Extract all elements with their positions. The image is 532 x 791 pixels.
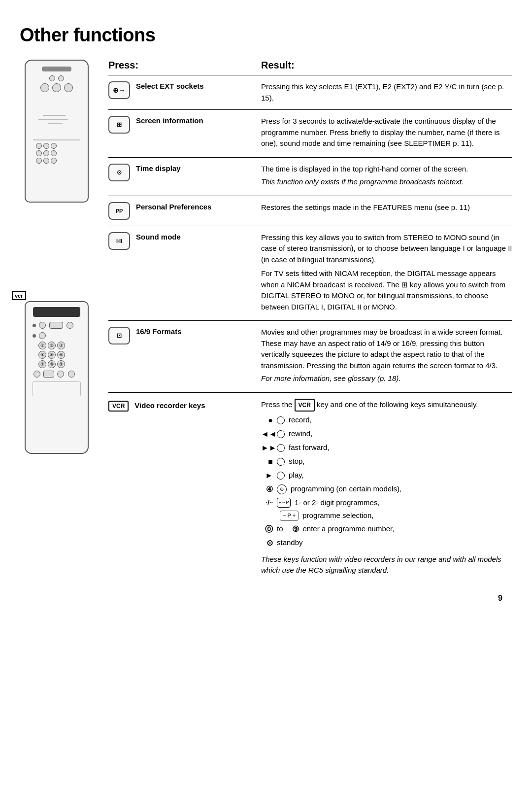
table-row: PP Personal Preferences Restores the set… <box>108 196 512 226</box>
table-row: ⊡ 16/9 Formats Movies and other programm… <box>108 321 512 393</box>
result-cell-prefs: Restores the settings made in the FEATUR… <box>261 202 512 220</box>
sound-icon: I·II <box>108 232 130 250</box>
vcr-intro: Press the VCR key and one of the followi… <box>261 399 512 412</box>
result-cell-time: The time is displayed in the top right-h… <box>261 164 512 190</box>
press-header: Press: <box>108 60 138 70</box>
list-item: ⊙ standby <box>261 537 512 549</box>
ext-label: Select EXT sockets <box>136 81 204 91</box>
table-row: I·II Sound mode Pressing this key allows… <box>108 226 512 321</box>
sound-result-2: For TV sets fitted with NICAM reception,… <box>261 268 512 312</box>
time-icon: ⊙ <box>108 164 130 181</box>
screen-result-text: Press for 3 seconds to activate/de-activ… <box>261 116 512 149</box>
press-cell-prefs: PP Personal Preferences <box>108 202 261 220</box>
press-cell-formats: ⊡ 16/9 Formats <box>108 327 261 386</box>
list-item: ⓪ to ⑨ enter a programme number, <box>261 523 512 535</box>
press-cell-time: ⊙ Time display <box>108 164 261 190</box>
remote-top <box>25 60 89 203</box>
sound-result-1: Pressing this key allows you to switch f… <box>261 232 512 266</box>
prefs-label: Personal Preferences <box>136 202 211 212</box>
table-row: ⊞ Screen information Press for 3 seconds… <box>108 110 512 158</box>
list-item: − P + programme selection, <box>261 510 512 521</box>
press-cell-screen: ⊞ Screen information <box>108 116 261 151</box>
content-area: Press: Result: ⊕→ Select EXT sockets Pre… <box>103 60 512 603</box>
list-item: ·/·· P↔P 1- or 2- digit programmes, <box>261 497 512 509</box>
formats-icon: ⊡ <box>108 327 130 344</box>
list-item: ④ ⊙ programming (on certain models), <box>261 483 512 495</box>
screen-label: Screen information <box>136 116 203 126</box>
result-cell-vcr: Press the VCR key and one of the followi… <box>261 399 512 578</box>
table-row: ⊕→ Select EXT sockets Pressing this key … <box>108 75 512 110</box>
function-table: ⊕→ Select EXT sockets Pressing this key … <box>108 75 512 584</box>
result-cell-sound: Pressing this key allows you to switch f… <box>261 232 512 315</box>
vcr-items-list: ● record, ◄◄ rewind, ►► <box>261 414 512 549</box>
remote-bottom: vcr <box>25 301 89 454</box>
result-cell-screen: Press for 3 seconds to activate/de-activ… <box>261 116 512 151</box>
table-headers: Press: Result: <box>108 60 512 71</box>
result-cell-formats: Movies and other programmes may be broad… <box>261 327 512 386</box>
list-item: ► play, <box>261 470 512 481</box>
formats-label: 16/9 Formats <box>136 327 182 337</box>
page-title: Other functions <box>20 25 512 46</box>
press-cell-vcr: VCR Video recorder keys <box>108 399 261 578</box>
screen-icon: ⊞ <box>108 116 130 134</box>
vcr-icon: VCR <box>108 401 129 412</box>
time-result-main: The time is displayed in the top right-h… <box>261 164 512 175</box>
prefs-icon: PP <box>108 202 130 220</box>
formats-result-2: For more information, see glossary (p. 1… <box>261 373 512 384</box>
result-cell-ext: Pressing this key selects E1 (EXT1), E2 … <box>261 81 512 103</box>
ext-icon: ⊕→ <box>108 81 130 99</box>
list-item: ● record, <box>261 414 512 426</box>
list-item: ■ stop, <box>261 456 512 468</box>
time-label: Time display <box>136 164 181 173</box>
press-cell-sound: I·II Sound mode <box>108 232 261 315</box>
table-row: ⊙ Time display The time is displayed in … <box>108 158 512 196</box>
remote-illustrations: vcr <box>20 60 103 603</box>
formats-result-1: Movies and other programmes may be broad… <box>261 327 512 371</box>
list-item: ◄◄ rewind, <box>261 428 512 440</box>
sound-label: Sound mode <box>136 232 181 242</box>
vcr-key-inline: VCR <box>295 399 315 412</box>
time-result-note: This function only exists if the program… <box>261 176 512 188</box>
table-row: VCR Video recorder keys Press the VCR ke… <box>108 393 512 584</box>
press-cell-ext: ⊕→ Select EXT sockets <box>108 81 261 103</box>
vcr-footer: These keys function with video recorders… <box>261 554 512 576</box>
list-item: ►► fast forward, <box>261 442 512 454</box>
page-number: 9 <box>108 594 512 603</box>
vcr-label: Video recorder keys <box>134 401 205 411</box>
vcr-remote-label: vcr <box>12 291 26 300</box>
result-header: Result: <box>261 60 295 70</box>
